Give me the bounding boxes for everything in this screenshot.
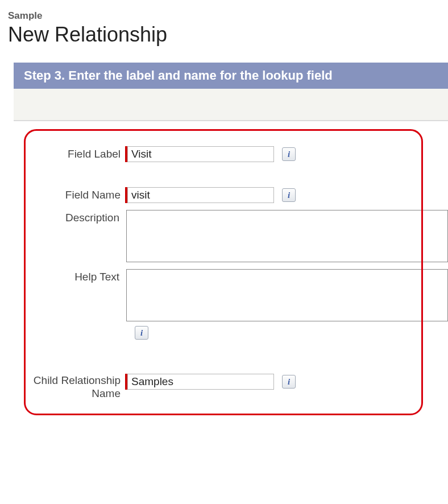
- textarea-description[interactable]: [126, 210, 448, 262]
- form-section: Field Label i Field Name i Description H…: [14, 129, 448, 415]
- label-description: Description: [14, 210, 124, 224]
- subheader-bar: [14, 89, 448, 121]
- input-field-name[interactable]: [127, 187, 274, 203]
- row-child-relationship-name: Child Relationship Name i: [14, 374, 448, 400]
- label-field-label: Field Label: [14, 146, 125, 160]
- row-field-name: Field Name i: [14, 187, 448, 203]
- info-icon[interactable]: i: [135, 326, 148, 340]
- label-help-text: Help Text: [14, 269, 124, 283]
- info-icon[interactable]: i: [282, 147, 296, 161]
- info-icon[interactable]: i: [282, 188, 296, 202]
- row-help-text: Help Text: [14, 269, 448, 321]
- input-child-relationship-name[interactable]: [127, 374, 274, 390]
- step-header: Step 3. Enter the label and name for the…: [14, 63, 448, 89]
- outer-divider: [14, 121, 448, 121]
- row-field-label: Field Label i: [14, 146, 448, 162]
- label-field-name: Field Name: [14, 187, 125, 201]
- page-title: New Relationship: [8, 23, 448, 47]
- breadcrumb: Sample: [8, 10, 448, 22]
- info-icon[interactable]: i: [282, 375, 296, 389]
- input-field-label[interactable]: [127, 146, 274, 162]
- row-help-text-info: i: [132, 325, 448, 340]
- textarea-help-text[interactable]: [126, 269, 448, 321]
- row-description: Description: [14, 210, 448, 262]
- label-child-relationship-name: Child Relationship Name: [14, 374, 125, 400]
